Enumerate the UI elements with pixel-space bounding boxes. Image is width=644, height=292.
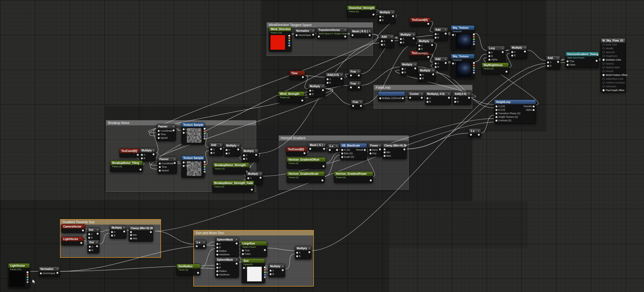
pin-dot[interactable] — [159, 163, 161, 164]
pin-dot[interactable] — [511, 55, 513, 57]
pin-dot[interactable] — [204, 130, 206, 132]
input-pin[interactable]: A — [427, 97, 431, 100]
pin-dot[interactable] — [557, 61, 559, 63]
multiply-node-9[interactable]: MultiplyAB — [224, 143, 241, 157]
pin-dot[interactable] — [384, 148, 386, 150]
pin-dot[interactable] — [448, 97, 450, 99]
input-pin[interactable]: A — [247, 177, 252, 180]
texcoord-node-1[interactable]: TexCoord[0] — [410, 17, 431, 26]
input-pin[interactable] — [196, 245, 198, 247]
input-pin[interactable]: Multiply (1) — [379, 97, 393, 100]
pin-dot[interactable] — [602, 63, 605, 65]
pin-dot[interactable] — [602, 78, 605, 80]
input-pin[interactable]: B — [243, 157, 247, 160]
power-node[interactable]: PowerBaseExp — [368, 143, 382, 157]
pin-dot[interactable] — [130, 238, 132, 240]
input-pin[interactable]: Coordinate — [158, 129, 171, 132]
pin-dot[interactable] — [56, 272, 58, 274]
output-pin[interactable] — [288, 35, 290, 37]
pin-dot[interactable] — [288, 42, 290, 44]
output-pin[interactable] — [473, 33, 475, 35]
output-pin[interactable] — [502, 51, 504, 53]
output-pin[interactable] — [321, 179, 323, 181]
pin-dot[interactable] — [210, 148, 212, 150]
add-node-2[interactable]: AddAB — [433, 57, 448, 70]
output-pin[interactable] — [264, 266, 266, 268]
pin-dot[interactable] — [495, 120, 497, 122]
pin-dot[interactable] — [243, 267, 245, 269]
input-pin[interactable]: A — [296, 251, 301, 254]
pin-dot[interactable] — [419, 77, 421, 79]
add-node-4[interactable]: AddAB — [546, 55, 560, 69]
pin-dot[interactable] — [204, 161, 206, 163]
pin-dot[interactable] — [370, 149, 371, 151]
pin-dot[interactable] — [602, 44, 605, 46]
light-vector-node-2[interactable]: LightVectorParam (V3) — [8, 263, 30, 288]
pin-dot[interactable] — [204, 133, 206, 135]
input-pin[interactable]: True — [567, 60, 575, 63]
input-pin[interactable]: Min — [384, 151, 391, 154]
pin-dot[interactable] — [473, 67, 475, 69]
input-pin[interactable]: B — [226, 152, 230, 155]
output-pin[interactable] — [468, 97, 470, 99]
material-input-pin[interactable]: Subsurface Color — [601, 77, 625, 81]
pin-dot[interactable] — [495, 116, 497, 118]
pin-dot[interactable] — [204, 171, 206, 173]
light-vector-node-1[interactable]: LightVector — [61, 237, 84, 246]
pin-dot[interactable] — [260, 177, 261, 179]
pin-dot[interactable] — [323, 148, 325, 150]
pin-dot[interactable] — [329, 149, 331, 151]
texture-sample-node-1[interactable]: Texture SampleUVsTex — [181, 122, 205, 145]
pin-dot[interactable] — [309, 90, 311, 92]
output-pin[interactable] — [264, 274, 266, 276]
pin-dot[interactable] — [158, 130, 160, 132]
pin-dot[interactable] — [282, 269, 284, 271]
pin-dot[interactable] — [341, 153, 343, 154]
output-pin[interactable] — [56, 272, 58, 274]
transform-vector-node[interactable]: TransformVectorWorld Space to Tangent Sp… — [317, 27, 348, 39]
sun-radius-node[interactable]: SunRadiusParam (S) — [176, 264, 200, 275]
input-pin[interactable]: A — [418, 44, 423, 47]
dot-node-2[interactable]: DotAB — [87, 240, 99, 253]
pin-dot[interactable] — [96, 245, 98, 247]
input-pin[interactable] — [470, 134, 472, 136]
pin-dot[interactable] — [379, 16, 381, 18]
sphere-mask-node-1[interactable]: SphereMaskABRadiusHardness — [215, 237, 239, 258]
input-pin[interactable] — [352, 105, 355, 107]
output-pin[interactable] — [173, 129, 175, 131]
input-pin[interactable]: B — [111, 234, 115, 237]
pin-dot[interactable] — [418, 48, 420, 50]
output-pin[interactable] — [197, 272, 199, 274]
pin-dot[interactable] — [140, 169, 141, 170]
pin-dot[interactable] — [197, 272, 199, 274]
pin-dot[interactable] — [421, 97, 423, 99]
input-pin[interactable]: A — [511, 51, 516, 54]
pin-dot[interactable] — [435, 33, 437, 35]
pin-dot[interactable] — [309, 148, 311, 150]
pin-dot[interactable] — [350, 86, 352, 88]
output-pin[interactable] — [445, 33, 447, 35]
multiply-node-10[interactable]: MultiplyAB — [242, 148, 258, 162]
pin-dot[interactable] — [602, 55, 605, 57]
pin-dot[interactable] — [141, 157, 143, 159]
output-pin[interactable] — [322, 89, 324, 91]
output-pin[interactable] — [414, 67, 416, 69]
pin-dot[interactable] — [80, 242, 82, 244]
sky-texture-node-1[interactable]: Sky_TextureParam2DUVs — [451, 25, 475, 50]
pin-dot[interactable] — [427, 97, 428, 99]
input-pin[interactable]: B — [381, 43, 385, 46]
pin-dot[interactable] — [251, 189, 253, 191]
input-pin[interactable]: B — [435, 66, 439, 69]
pin-dot[interactable] — [372, 14, 374, 15]
material-input-pin[interactable]: Metallic — [601, 46, 625, 50]
graph-canvas[interactable]: WindDirection Tangent SpaceFadeLoopBreak… — [0, 0, 644, 292]
input-pin[interactable]: Alpha — [488, 58, 497, 61]
pin-dot[interactable] — [445, 62, 447, 64]
pin-dot[interactable] — [431, 44, 433, 46]
horizon-scale-node[interactable]: Horizon_GradientScaleParam (S) — [287, 171, 325, 183]
pin-dot[interactable] — [602, 82, 605, 84]
pin-dot[interactable] — [341, 156, 343, 158]
output-pin[interactable] — [524, 51, 526, 52]
output-pin[interactable] — [340, 78, 342, 80]
output-pin[interactable] — [392, 15, 394, 17]
